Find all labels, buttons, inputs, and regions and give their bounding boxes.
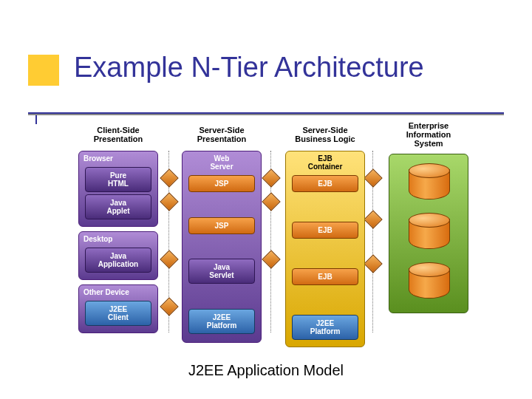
column-heading: EnterpriseInformationSystem [406,121,451,151]
architecture-diagram: Client-SidePresentation Browser PureHTML… [74,126,473,347]
section-label: Browser [82,153,154,165]
title-tick [35,115,37,124]
section-label: Desktop [82,233,154,245]
box-jsp: JSP [188,217,255,234]
slide-caption: J2EE Application Model [0,362,532,379]
box-java-servlet: JavaServlet [188,259,255,284]
column-business-logic: Server-SideBusiness Logic EJBContainer E… [281,126,369,347]
box-java-application: JavaApplication [85,248,151,273]
section-label: EJBContainer [289,153,361,173]
database-cylinder-icon [409,262,449,304]
box-j2ee-client: J2EEClient [85,301,151,326]
title-bullet [28,55,59,86]
column-server-presentation: Server-SidePresentation WebServer JSP JS… [177,126,266,347]
column-client-side: Client-SidePresentation Browser PureHTML… [74,126,163,347]
column-heading: Server-SideBusiness Logic [295,126,355,148]
section-label: WebServer [185,153,258,173]
column-eis: EnterpriseInformationSystem [384,126,473,347]
section-other-device: Other Device J2EEClient [78,284,158,333]
database-cylinder-icon [409,213,449,254]
section-browser: Browser PureHTML JavaApplet [78,151,158,227]
box-pure-html: PureHTML [85,167,151,192]
box-ejb: EJB [292,175,358,192]
box-ejb: EJB [292,268,358,285]
box-j2ee-platform: J2EEPlatform [292,315,358,340]
section-web-server: WebServer JSP JSP JavaServlet J2EEPlatfo… [182,151,262,343]
box-java-applet: JavaApplet [85,194,151,219]
box-jsp: JSP [188,175,255,192]
database-cylinder-icon [409,163,449,205]
section-desktop: Desktop JavaApplication [78,231,158,280]
column-heading: Server-SidePresentation [197,126,247,148]
title-rule [28,112,504,115]
section-label: Other Device [82,287,154,299]
section-ejb-container: EJBContainer EJB EJB EJB J2EEPlatform [285,151,365,347]
slide-title: Example N-Tier Architecture [74,52,424,83]
column-heading: Client-SidePresentation [94,126,143,148]
section-eis [389,154,468,313]
box-ejb: EJB [292,222,358,239]
box-j2ee-platform: J2EEPlatform [188,309,255,334]
